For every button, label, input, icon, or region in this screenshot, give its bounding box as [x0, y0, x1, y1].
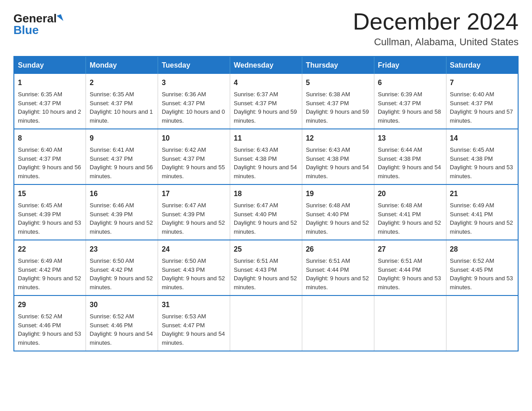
- day-cell-1: 1Sunrise: 6:35 AMSunset: 4:37 PMDaylight…: [14, 74, 86, 129]
- day-info: Sunrise: 6:53 AMSunset: 4:47 PMDaylight:…: [162, 313, 225, 346]
- day-number: 17: [162, 188, 226, 199]
- day-cell-19: 19Sunrise: 6:48 AMSunset: 4:40 PMDayligh…: [302, 184, 374, 240]
- logo: General Blue: [13, 13, 62, 36]
- day-cell-29: 29Sunrise: 6:52 AMSunset: 4:46 PMDayligh…: [14, 295, 86, 351]
- day-number: 26: [306, 244, 370, 255]
- day-info: Sunrise: 6:46 AMSunset: 4:39 PMDaylight:…: [90, 202, 153, 235]
- day-number: 16: [90, 188, 154, 199]
- day-number: 27: [378, 244, 442, 255]
- empty-cell: [446, 295, 518, 351]
- weekday-header-sunday: Sunday: [14, 56, 86, 74]
- day-number: 8: [18, 133, 82, 144]
- title-block: December 2024 Cullman, Alabama, United S…: [353, 9, 519, 48]
- weekday-header-monday: Monday: [86, 56, 158, 74]
- day-number: 31: [162, 300, 226, 310]
- empty-cell: [302, 295, 374, 351]
- day-number: 20: [378, 188, 442, 199]
- day-cell-23: 23Sunrise: 6:50 AMSunset: 4:42 PMDayligh…: [86, 240, 158, 295]
- day-info: Sunrise: 6:49 AMSunset: 4:42 PMDaylight:…: [18, 257, 81, 291]
- day-cell-10: 10Sunrise: 6:42 AMSunset: 4:37 PMDayligh…: [158, 129, 230, 184]
- day-info: Sunrise: 6:50 AMSunset: 4:43 PMDaylight:…: [162, 257, 225, 291]
- week-row-5: 29Sunrise: 6:52 AMSunset: 4:46 PMDayligh…: [14, 295, 518, 351]
- empty-cell: [374, 295, 446, 351]
- day-number: 1: [18, 77, 82, 88]
- week-row-2: 8Sunrise: 6:40 AMSunset: 4:37 PMDaylight…: [14, 129, 518, 184]
- day-cell-3: 3Sunrise: 6:36 AMSunset: 4:37 PMDaylight…: [158, 74, 230, 129]
- day-number: 14: [450, 133, 514, 144]
- day-cell-7: 7Sunrise: 6:40 AMSunset: 4:37 PMDaylight…: [446, 74, 518, 129]
- day-info: Sunrise: 6:51 AMSunset: 4:44 PMDaylight:…: [306, 257, 369, 291]
- day-info: Sunrise: 6:43 AMSunset: 4:38 PMDaylight:…: [306, 146, 369, 180]
- day-number: 5: [306, 77, 370, 88]
- day-number: 18: [234, 188, 298, 199]
- day-cell-11: 11Sunrise: 6:43 AMSunset: 4:38 PMDayligh…: [230, 129, 302, 184]
- day-cell-21: 21Sunrise: 6:49 AMSunset: 4:41 PMDayligh…: [446, 184, 518, 240]
- day-cell-22: 22Sunrise: 6:49 AMSunset: 4:42 PMDayligh…: [14, 240, 86, 295]
- day-number: 25: [234, 244, 298, 255]
- day-info: Sunrise: 6:51 AMSunset: 4:43 PMDaylight:…: [234, 257, 297, 291]
- logo-blue-text: Blue: [13, 24, 39, 36]
- weekday-header-saturday: Saturday: [446, 56, 518, 74]
- day-info: Sunrise: 6:35 AMSunset: 4:37 PMDaylight:…: [18, 91, 81, 124]
- day-number: 4: [234, 77, 298, 88]
- day-cell-8: 8Sunrise: 6:40 AMSunset: 4:37 PMDaylight…: [14, 129, 86, 184]
- day-cell-26: 26Sunrise: 6:51 AMSunset: 4:44 PMDayligh…: [302, 240, 374, 295]
- day-number: 15: [18, 188, 82, 199]
- day-cell-25: 25Sunrise: 6:51 AMSunset: 4:43 PMDayligh…: [230, 240, 302, 295]
- day-info: Sunrise: 6:51 AMSunset: 4:44 PMDaylight:…: [378, 257, 441, 291]
- day-cell-14: 14Sunrise: 6:45 AMSunset: 4:38 PMDayligh…: [446, 129, 518, 184]
- day-cell-18: 18Sunrise: 6:47 AMSunset: 4:40 PMDayligh…: [230, 184, 302, 240]
- weekday-header-tuesday: Tuesday: [158, 56, 230, 74]
- day-info: Sunrise: 6:35 AMSunset: 4:37 PMDaylight:…: [90, 91, 153, 124]
- day-cell-31: 31Sunrise: 6:53 AMSunset: 4:47 PMDayligh…: [158, 295, 230, 351]
- day-info: Sunrise: 6:40 AMSunset: 4:37 PMDaylight:…: [18, 146, 81, 180]
- day-number: 13: [378, 133, 442, 144]
- day-cell-5: 5Sunrise: 6:38 AMSunset: 4:37 PMDaylight…: [302, 74, 374, 129]
- day-number: 19: [306, 188, 370, 199]
- weekday-header-thursday: Thursday: [302, 56, 374, 74]
- day-cell-24: 24Sunrise: 6:50 AMSunset: 4:43 PMDayligh…: [158, 240, 230, 295]
- day-cell-17: 17Sunrise: 6:47 AMSunset: 4:39 PMDayligh…: [158, 184, 230, 240]
- day-info: Sunrise: 6:52 AMSunset: 4:45 PMDaylight:…: [450, 257, 513, 291]
- day-number: 29: [18, 300, 82, 310]
- day-info: Sunrise: 6:43 AMSunset: 4:38 PMDaylight:…: [234, 146, 297, 180]
- day-number: 23: [90, 244, 154, 255]
- day-cell-30: 30Sunrise: 6:52 AMSunset: 4:46 PMDayligh…: [86, 295, 158, 351]
- day-cell-13: 13Sunrise: 6:44 AMSunset: 4:38 PMDayligh…: [374, 129, 446, 184]
- day-info: Sunrise: 6:47 AMSunset: 4:40 PMDaylight:…: [234, 202, 297, 235]
- logo-triangle-icon: [56, 14, 63, 22]
- day-cell-2: 2Sunrise: 6:35 AMSunset: 4:37 PMDaylight…: [86, 74, 158, 129]
- day-cell-15: 15Sunrise: 6:45 AMSunset: 4:39 PMDayligh…: [14, 184, 86, 240]
- day-number: 12: [306, 133, 370, 144]
- day-info: Sunrise: 6:45 AMSunset: 4:39 PMDaylight:…: [18, 202, 81, 235]
- day-info: Sunrise: 6:41 AMSunset: 4:37 PMDaylight:…: [90, 146, 153, 180]
- page-title: December 2024: [353, 9, 519, 34]
- page-subtitle: Cullman, Alabama, United States: [353, 36, 519, 48]
- day-number: 21: [450, 188, 514, 199]
- day-number: 2: [90, 77, 154, 88]
- day-number: 22: [18, 244, 82, 255]
- day-info: Sunrise: 6:36 AMSunset: 4:37 PMDaylight:…: [162, 91, 225, 124]
- logo-general-text: General: [13, 13, 57, 24]
- page-header: General Blue December 2024 Cullman, Alab…: [13, 9, 519, 48]
- day-info: Sunrise: 6:38 AMSunset: 4:37 PMDaylight:…: [306, 91, 369, 124]
- day-info: Sunrise: 6:49 AMSunset: 4:41 PMDaylight:…: [450, 202, 513, 235]
- day-cell-20: 20Sunrise: 6:48 AMSunset: 4:41 PMDayligh…: [374, 184, 446, 240]
- day-info: Sunrise: 6:40 AMSunset: 4:37 PMDaylight:…: [450, 91, 513, 124]
- weekday-header-row: SundayMondayTuesdayWednesdayThursdayFrid…: [14, 56, 518, 74]
- day-info: Sunrise: 6:37 AMSunset: 4:37 PMDaylight:…: [234, 91, 297, 124]
- day-info: Sunrise: 6:39 AMSunset: 4:37 PMDaylight:…: [378, 91, 441, 124]
- day-info: Sunrise: 6:48 AMSunset: 4:41 PMDaylight:…: [378, 202, 441, 235]
- day-info: Sunrise: 6:45 AMSunset: 4:38 PMDaylight:…: [450, 146, 513, 180]
- day-number: 6: [378, 77, 442, 88]
- day-cell-27: 27Sunrise: 6:51 AMSunset: 4:44 PMDayligh…: [374, 240, 446, 295]
- day-number: 28: [450, 244, 514, 255]
- day-info: Sunrise: 6:50 AMSunset: 4:42 PMDaylight:…: [90, 257, 153, 291]
- day-info: Sunrise: 6:44 AMSunset: 4:38 PMDaylight:…: [378, 146, 441, 180]
- day-cell-28: 28Sunrise: 6:52 AMSunset: 4:45 PMDayligh…: [446, 240, 518, 295]
- calendar-table: SundayMondayTuesdayWednesdayThursdayFrid…: [13, 56, 519, 351]
- day-cell-9: 9Sunrise: 6:41 AMSunset: 4:37 PMDaylight…: [86, 129, 158, 184]
- day-cell-16: 16Sunrise: 6:46 AMSunset: 4:39 PMDayligh…: [86, 184, 158, 240]
- week-row-3: 15Sunrise: 6:45 AMSunset: 4:39 PMDayligh…: [14, 184, 518, 240]
- day-info: Sunrise: 6:52 AMSunset: 4:46 PMDaylight:…: [18, 313, 81, 346]
